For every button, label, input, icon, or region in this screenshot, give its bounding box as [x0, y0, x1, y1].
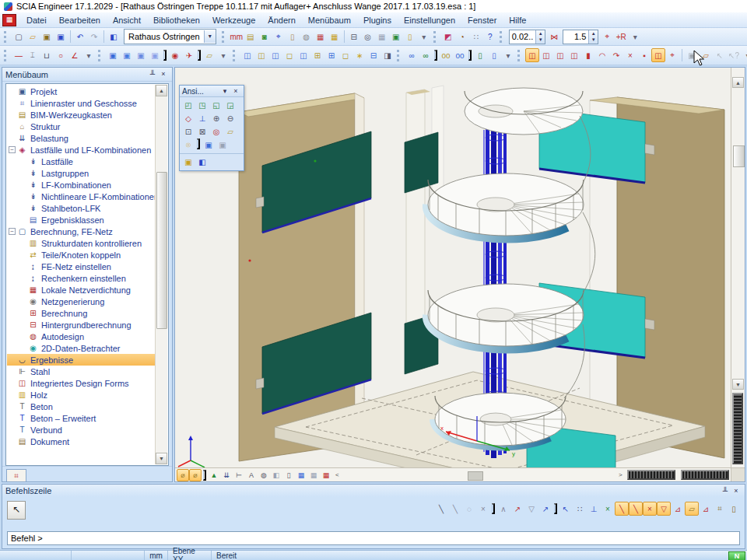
snap-list-icon[interactable]: ▯	[727, 502, 741, 516]
tree-expander[interactable]: −	[9, 146, 16, 153]
copy-all-icon[interactable]: ▣	[148, 48, 162, 62]
results-delete-icon[interactable]: ×	[623, 48, 637, 62]
results-normal-icon[interactable]: ◫	[525, 48, 539, 62]
increment-icon[interactable]: +R	[614, 30, 628, 44]
snap-arrow-red-icon[interactable]: ↗	[510, 502, 524, 516]
chevron-down-icon[interactable]: ▾	[204, 30, 216, 43]
status-plane[interactable]: Ebene XY	[168, 551, 212, 560]
overflow-icon[interactable]: ▾	[628, 30, 642, 44]
factor-input[interactable]: 1.5 ▲▼	[563, 30, 598, 44]
snap-line-icon[interactable]: ╲	[434, 502, 448, 516]
layers-icon[interactable]: ▤	[244, 30, 258, 44]
axo-view-icon[interactable]: ▲	[208, 469, 220, 481]
tree-item-holz[interactable]: ▥ Holz	[7, 389, 156, 401]
menu-item[interactable]: Ansicht	[107, 14, 147, 26]
zoom-window-icon[interactable]: ⊡	[181, 125, 195, 138]
tree-item-ergebnisklassen[interactable]: ▤ Ergebnisklassen	[7, 214, 156, 226]
snap-intersect-green-icon[interactable]: ×	[601, 502, 615, 516]
toolbar-handle[interactable]	[222, 31, 227, 43]
node-toggle-icon[interactable]: ◫	[254, 48, 268, 62]
view-top-icon[interactable]: ◰	[181, 99, 195, 112]
close-icon[interactable]: ×	[731, 486, 742, 496]
save-all-icon[interactable]: ▣	[40, 30, 54, 44]
scroll-right-icon[interactable]: >	[615, 471, 626, 478]
picture-gray-icon[interactable]: ▣	[216, 138, 230, 152]
close-icon[interactable]: ×	[158, 69, 169, 79]
zoom-out-icon[interactable]: ⊖	[223, 112, 237, 125]
clip-back-icon[interactable]: ⌀	[189, 469, 202, 481]
menu-item[interactable]: Bibliotheken	[147, 14, 206, 26]
tree-item-beton-erweitert[interactable]: T Beton – Erweitert	[7, 412, 156, 424]
document-icon[interactable]: ▯	[403, 30, 417, 44]
line-red-icon[interactable]: —	[12, 48, 26, 62]
zoom-previous-icon[interactable]: ◎	[209, 125, 223, 138]
menu-item[interactable]: Einstellungen	[398, 14, 461, 26]
mesh-ball-icon[interactable]: ◍	[300, 30, 314, 44]
light-icon[interactable]: ⌾	[181, 138, 195, 152]
command-input[interactable]: Befehl >	[7, 531, 740, 545]
snap-arrow-blue-icon[interactable]: ↗	[538, 502, 552, 516]
cross-cursor-icon[interactable]: ⌖	[600, 30, 614, 44]
menubaum-tab[interactable]: ⌗	[6, 469, 26, 481]
axes-toggle-icon[interactable]: ∗	[352, 48, 366, 62]
loads-display-icon[interactable]: ⇊	[220, 469, 233, 481]
spinner-arrows[interactable]: ▲▼	[588, 30, 598, 44]
angle-red-icon[interactable]: ∠	[68, 48, 82, 62]
toolbar-handle[interactable]	[433, 31, 439, 43]
snap-track-icon[interactable]: ↖	[559, 502, 573, 516]
snap-close-icon[interactable]: ×	[476, 502, 490, 516]
copy-green-icon[interactable]: ▯	[473, 48, 487, 62]
redo-icon[interactable]: ↷	[87, 30, 101, 44]
tree-item-berechnung-fenetz[interactable]: − ▢ Berechnung, FE-Netz	[7, 226, 156, 237]
supports-display-icon[interactable]: ⊢	[233, 469, 245, 481]
rotate-wheel[interactable]	[681, 470, 729, 480]
status-unit[interactable]: mm	[145, 551, 168, 560]
tree-item-ergebnisse[interactable]: ◡ Ergebnisse	[7, 354, 156, 366]
undo-icon[interactable]: ↶	[73, 30, 87, 44]
load-toggle-icon[interactable]: ◫	[296, 48, 310, 62]
copy-part-icon[interactable]: ▣	[134, 48, 148, 62]
tree-item-belastung[interactable]: ⇊ Belastung	[7, 132, 156, 144]
tree-item-nichtlineare[interactable]: ↡ Nichtlineare LF-Kombinationen	[7, 191, 156, 202]
clipboard-icon[interactable]: ▯	[286, 30, 300, 44]
tree-item-netzgenerierung[interactable]: ◉ Netzgenerierung	[7, 296, 156, 307]
tree-item-strukturdaten[interactable]: ▥ Strukturdaten kontrollieren	[7, 237, 156, 249]
clip-box-icon[interactable]: ▣	[181, 156, 195, 169]
bracket-icon[interactable]: ⊔	[40, 48, 54, 62]
tree-item-lastfaelle[interactable]: ↡ Lastfälle	[7, 156, 156, 167]
snap-polyline-icon[interactable]: ∧	[496, 502, 510, 516]
binoculars-icon[interactable]: oo	[439, 48, 453, 62]
move-ucs-icon[interactable]: ⌖	[665, 48, 679, 62]
results-shear-icon[interactable]: ◫	[539, 48, 553, 62]
tree-item-berechnung[interactable]: ⊞ Berechnung	[7, 307, 156, 319]
copy-attributes-icon[interactable]: ▣	[106, 48, 120, 62]
chain-green-icon[interactable]: ∞	[419, 48, 433, 62]
shrink-toggle-icon[interactable]: ⊟	[366, 48, 381, 62]
snap-grid-icon[interactable]: ∷	[573, 502, 587, 516]
overflow-icon[interactable]: ▾	[501, 48, 515, 62]
new-project-icon[interactable]: ▢	[12, 30, 26, 44]
tree-item-design-forms[interactable]: ◫ Integriertes Design Forms	[7, 377, 156, 389]
view-side-icon[interactable]: ◱	[209, 99, 223, 112]
weight-display-icon[interactable]: ◍	[258, 469, 270, 481]
tree-item-lastgruppen[interactable]: ↡ Lastgruppen	[7, 167, 156, 179]
model-viewport[interactable]: x y Ansi... ▾ × ◰◳◱◲◇⊥⊕⊖⊡⊠◎▱⌾▣▣ ▣◧	[174, 67, 745, 482]
view-axo-icon[interactable]: ◲	[223, 99, 237, 112]
snap-circle-icon[interactable]: ◌	[462, 502, 476, 516]
menu-item[interactable]: Datei	[20, 14, 53, 26]
member-info-icon[interactable]: ?	[483, 30, 497, 44]
model-display-icon[interactable]: ▯	[282, 469, 295, 481]
scroll-left-icon[interactable]: <	[332, 471, 342, 478]
pan-wheel[interactable]	[627, 470, 675, 480]
activity-icon[interactable]: ◙	[258, 30, 272, 44]
new-window-icon[interactable]: ◧	[107, 30, 121, 44]
tree-item-lastfaelle-komb[interactable]: − ◈ Lastfälle und LF-Kombinationen	[7, 144, 156, 156]
tree-scrollbar[interactable]: ▲ ▼	[155, 85, 167, 464]
copy-add-icon[interactable]: ▣	[120, 48, 134, 62]
results-curve-icon[interactable]: ◠	[595, 48, 609, 62]
snap-tangent-icon[interactable]: ⊿	[671, 502, 685, 516]
menu-item[interactable]: Plugins	[357, 14, 398, 26]
vscroll-thumb[interactable]	[733, 145, 745, 167]
close-icon[interactable]: ×	[230, 86, 241, 96]
tree-item-rechenkern[interactable]: ↨ Rechenkern einstellen	[7, 272, 156, 284]
